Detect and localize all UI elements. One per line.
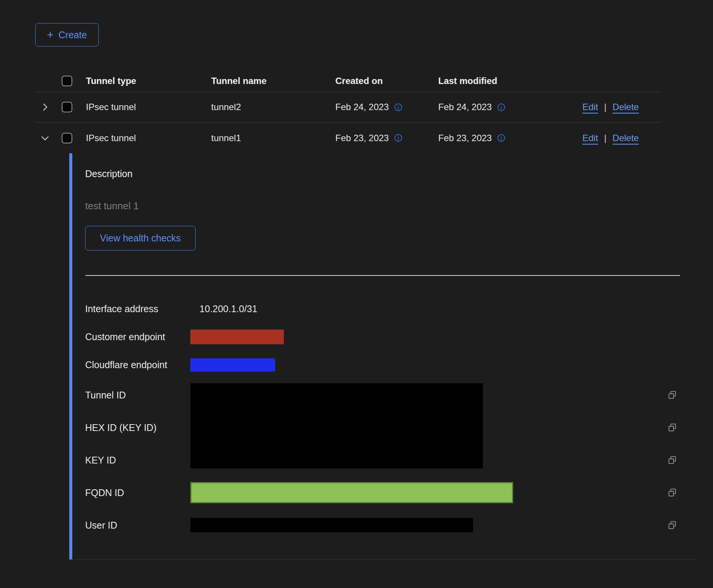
expanded-tunnel-panel: Description test tunnel 1 View health ch… <box>69 153 696 560</box>
panel-divider <box>86 275 680 276</box>
row-checkbox[interactable] <box>62 133 72 143</box>
detail-label: Cloudflare endpoint <box>85 359 190 370</box>
table-row: IPsec tunnel tunnel2 Feb 24, 2023 Feb 24… <box>35 92 660 123</box>
cell-tunnel-name: tunnel1 <box>211 133 335 143</box>
header-created-on: Created on <box>335 76 438 86</box>
detail-row-interface-address: Interface address 10.200.1.0/31 <box>85 295 696 323</box>
detail-label: FQDN ID <box>85 487 190 498</box>
collapse-toggle[interactable] <box>35 133 62 143</box>
chevron-right-icon <box>40 102 50 112</box>
row-checkbox[interactable] <box>62 102 72 112</box>
cell-tunnel-name: tunnel2 <box>211 102 335 112</box>
detail-label: HEX ID (KEY ID) <box>85 422 190 433</box>
cell-last-modified: Feb 23, 2023 <box>438 133 492 143</box>
detail-row-cloudflare-endpoint: Cloudflare endpoint <box>85 351 696 379</box>
edit-link[interactable]: Edit <box>582 133 598 143</box>
delete-link[interactable]: Delete <box>613 133 639 143</box>
detail-row-fqdn-id: FQDN ID <box>85 476 696 509</box>
delete-link[interactable]: Delete <box>613 102 639 112</box>
detail-row-user-id: User ID <box>85 509 696 541</box>
copy-icon <box>667 488 677 498</box>
detail-row-hex-id: HEX ID (KEY ID) <box>85 411 696 444</box>
description-label: Description <box>85 168 696 179</box>
cell-created-on: Feb 24, 2023 <box>335 102 389 112</box>
copy-icon <box>667 520 677 530</box>
action-separator: | <box>604 102 606 112</box>
copy-icon <box>667 455 677 465</box>
header-last-modified: Last modified <box>438 76 582 86</box>
copy-button[interactable] <box>667 520 677 530</box>
copy-button[interactable] <box>667 488 677 498</box>
cell-last-modified: Feb 24, 2023 <box>438 102 492 112</box>
select-all-checkbox[interactable] <box>62 76 72 86</box>
header-tunnel-type: Tunnel type <box>86 76 211 86</box>
create-button[interactable]: + Create <box>35 23 99 47</box>
header-tunnel-name: Tunnel name <box>211 76 335 86</box>
cell-tunnel-type: IPsec tunnel <box>86 102 211 112</box>
redacted-user-id <box>190 518 473 532</box>
detail-label: User ID <box>85 520 190 531</box>
cell-tunnel-type: IPsec tunnel <box>86 133 211 143</box>
info-icon[interactable] <box>497 134 506 142</box>
redacted-fqdn-id <box>190 482 513 503</box>
copy-icon <box>667 423 677 433</box>
create-button-label: Create <box>59 30 87 40</box>
info-icon[interactable] <box>394 134 403 142</box>
id-group: Tunnel ID HEX ID (KEY ID) KEY ID <box>85 379 696 476</box>
redacted-customer-endpoint <box>190 330 284 344</box>
table-row: IPsec tunnel tunnel1 Feb 23, 2023 Feb 23… <box>35 123 660 153</box>
edit-link[interactable]: Edit <box>582 102 598 112</box>
info-icon[interactable] <box>497 103 506 112</box>
detail-row-customer-endpoint: Customer endpoint <box>85 323 696 351</box>
detail-label: Tunnel ID <box>85 390 190 401</box>
tunnels-table: Tunnel type Tunnel name Created on Last … <box>35 70 660 560</box>
copy-button[interactable] <box>667 455 677 465</box>
chevron-down-icon <box>40 133 50 143</box>
plus-icon: + <box>47 29 54 40</box>
interface-address-value: 10.200.1.0/31 <box>190 303 257 314</box>
tunnel-details: Interface address 10.200.1.0/31 Customer… <box>85 295 696 541</box>
view-health-checks-button[interactable]: View health checks <box>85 226 196 250</box>
detail-label: Interface address <box>85 303 190 314</box>
action-separator: | <box>604 133 606 143</box>
description-text: test tunnel 1 <box>85 200 696 212</box>
detail-label: KEY ID <box>85 455 190 466</box>
copy-button[interactable] <box>667 390 677 400</box>
detail-label: Customer endpoint <box>85 331 190 342</box>
expand-toggle[interactable] <box>35 102 62 112</box>
copy-icon <box>667 390 677 400</box>
redacted-cloudflare-endpoint <box>190 358 275 372</box>
detail-row-tunnel-id: Tunnel ID <box>85 379 696 411</box>
copy-button[interactable] <box>667 423 677 433</box>
table-header-row: Tunnel type Tunnel name Created on Last … <box>35 70 660 92</box>
info-icon[interactable] <box>394 103 403 112</box>
detail-row-key-id: KEY ID <box>85 444 696 476</box>
cell-created-on: Feb 23, 2023 <box>335 133 389 143</box>
